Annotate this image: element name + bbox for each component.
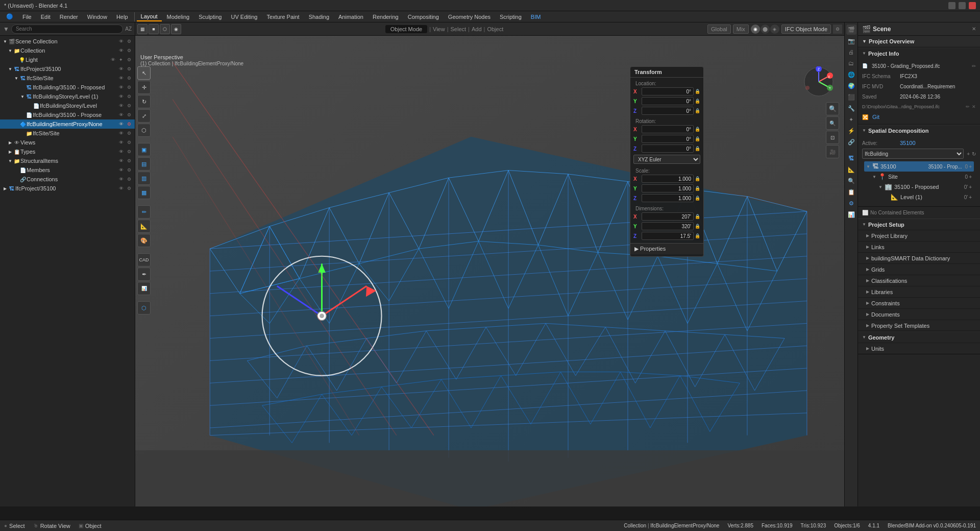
tree-item-proxy[interactable]: ▶ 🔷 IfcBuildingElementProxy/None 👁 ⚙	[0, 119, 135, 129]
vis-struct[interactable]: 👁	[117, 157, 125, 164]
tree-item-ifc-project2[interactable]: ▶ 🏗 IfcProject/35100 👁 ⚙	[0, 184, 135, 193]
ifc-icon-5[interactable]: ⚙	[846, 198, 856, 208]
scale-z-lock[interactable]: 🔒	[695, 196, 700, 201]
vis-mem[interactable]: 👁	[117, 166, 125, 174]
solid-mode-btn[interactable]: ■	[149, 24, 159, 34]
geometry-header[interactable]: ▼ Geometry	[858, 331, 980, 343]
rotate-tool[interactable]: ↻	[137, 95, 151, 108]
scale-x-lock[interactable]: 🔒	[695, 176, 700, 181]
menu-window[interactable]: Window	[83, 13, 111, 21]
refresh-class-btn[interactable]: ↻	[972, 151, 976, 157]
shading-material-btn[interactable]: ⬤	[761, 25, 770, 34]
vis-light[interactable]: 👁	[109, 56, 116, 63]
viewport-gizmo[interactable]: X Y Z	[803, 66, 834, 97]
props-close[interactable]: ✕	[972, 26, 976, 32]
restrict-btn[interactable]: ⚙	[126, 47, 133, 54]
rot-z-lock[interactable]: 🔒	[695, 146, 700, 151]
measure-tool[interactable]: 📐	[137, 220, 151, 233]
setup-item-grids[interactable]: ▶Grids	[858, 263, 980, 275]
rot-y-value[interactable]: 0°	[642, 135, 694, 143]
vis-site[interactable]: 👁	[117, 75, 125, 82]
sel-light[interactable]: ✦	[117, 56, 125, 63]
world-icon[interactable]: 🌍	[846, 81, 856, 91]
camera-btn[interactable]: 🎥	[826, 145, 839, 158]
item-add-35100[interactable]: +	[969, 164, 972, 170]
tree-item-structural[interactable]: ▼ 📁 StructuralItems 👁 ⚙	[0, 156, 135, 165]
viewport[interactable]: ▦ ■ ⬡ ◉ Object Mode | View | Select | Ad…	[135, 22, 844, 506]
tree-item-connections[interactable]: ▶ 🔗 Connections 👁 ⚙	[0, 175, 135, 184]
tree-item-ifc-project[interactable]: ▼ 🏗 IfcProject/35100 👁 ⚙	[0, 64, 135, 74]
project-overview-header[interactable]: ▼ Project Overview	[858, 36, 980, 47]
dim-z-lock[interactable]: 🔒	[695, 233, 700, 238]
move-tool[interactable]: ✛	[137, 81, 151, 94]
rendered-mode-btn[interactable]: ◉	[171, 24, 181, 34]
loc-y-value[interactable]: 0°	[642, 97, 694, 105]
vis-ifc2[interactable]: 👁	[117, 185, 125, 192]
ifc-icon-3[interactable]: 🔍	[846, 176, 856, 186]
rot-x-lock[interactable]: 🔒	[695, 127, 700, 132]
cfg-light[interactable]: ⚙	[126, 56, 133, 63]
level-add-sp[interactable]: +	[969, 195, 972, 200]
ifc-tool-1[interactable]: ▣	[137, 143, 151, 156]
scene-icon-btn[interactable]: 🌐	[846, 69, 856, 80]
filter-icon[interactable]: ▼	[3, 26, 9, 33]
menu-rendering[interactable]: Rendering	[369, 13, 403, 21]
spatial-decomp-header[interactable]: ▼ Spatial Decomposition	[858, 125, 980, 136]
setup-item-classifications[interactable]: ▶Classifications	[858, 275, 980, 286]
physics-icon[interactable]: ⚡	[846, 126, 856, 136]
object-mode-selector[interactable]: Object Mode	[385, 25, 427, 33]
wireframe-mode-btn[interactable]: ⬡	[160, 24, 170, 34]
vis-proxy[interactable]: 👁	[117, 120, 125, 128]
scale-z-value[interactable]: 1.000	[642, 194, 694, 202]
vis-views[interactable]: 👁	[117, 139, 125, 146]
shading-render-btn[interactable]: ◈	[770, 25, 779, 34]
color-tool[interactable]: 🎨	[137, 234, 151, 247]
edit-file-icon[interactable]: ✏	[972, 63, 976, 69]
properties-expand-btn[interactable]: ▶ Properties	[630, 243, 703, 254]
site-add-sp[interactable]: +	[969, 174, 972, 180]
ifc-tool-3[interactable]: ▥	[137, 172, 151, 185]
tree-item-storey1[interactable]: ▼ 🏗 IfcBuildingStorey/Level (1) 👁 ⚙	[0, 92, 135, 101]
view-layer-icon[interactable]: 🗂	[846, 58, 856, 68]
git-label[interactable]: Git	[872, 114, 879, 120]
project-info-header[interactable]: ▼ Project Info	[858, 47, 980, 59]
add-menu[interactable]: Add	[472, 26, 482, 32]
tree-item-site2[interactable]: ▶ 📁 IfcSite/Site 👁 ⚙	[0, 129, 135, 138]
rot-z-value[interactable]: 0°	[642, 144, 694, 153]
setup-item-bsdd[interactable]: ▶buildingSMART Data Dictionary	[858, 252, 980, 263]
cfg-building[interactable]: ⚙	[126, 84, 133, 91]
geometry-item-units[interactable]: ▶Units	[858, 343, 980, 354]
visibility-icon[interactable]: 👁	[117, 38, 125, 45]
object-menu[interactable]: Object	[487, 26, 503, 32]
menu-compositing[interactable]: Compositing	[404, 13, 443, 21]
vis-level[interactable]: 👁	[117, 102, 125, 109]
tree-item-light[interactable]: ▶ 💡 Light 👁 ✦ ⚙	[0, 55, 135, 64]
close-button[interactable]	[969, 2, 976, 9]
spatial-item-proposed[interactable]: ▼ 🏢 35100 - Proposed 0' +	[864, 182, 974, 192]
spatial-item-level[interactable]: ▶ 📐 Level (1) 0' +	[864, 192, 974, 202]
loc-x-lock[interactable]: 🔒	[695, 89, 700, 94]
proposed-add[interactable]: +	[969, 184, 972, 190]
global-selector[interactable]: Global	[707, 25, 731, 34]
menu-geometry-nodes[interactable]: Geometry Nodes	[444, 13, 495, 21]
rot-y-lock[interactable]: 🔒	[695, 136, 700, 141]
project-setup-header[interactable]: ▼ Project Setup	[858, 219, 980, 230]
class-selector[interactable]: IfcBuilding	[862, 149, 964, 159]
dim-z-value[interactable]: 17.5'	[642, 232, 694, 240]
cfg-proxy[interactable]: ⚙	[126, 120, 133, 128]
dim-x-lock[interactable]: 🔒	[695, 214, 700, 219]
setup-item-links[interactable]: ▶Links	[858, 241, 980, 252]
menu-sculpting[interactable]: Sculpting	[194, 13, 226, 21]
menu-file[interactable]: File	[18, 13, 36, 21]
setup-item-pset-templates[interactable]: ▶Property Set Templates	[858, 320, 980, 331]
dim-y-lock[interactable]: 🔒	[695, 224, 700, 229]
menu-bim[interactable]: BIM	[527, 13, 545, 21]
chart-tool[interactable]: 📊	[137, 282, 151, 295]
cfg-types[interactable]: ⚙	[126, 148, 133, 155]
menu-texture-paint[interactable]: Texture Paint	[262, 13, 303, 21]
path-clear[interactable]: ✕	[972, 104, 976, 109]
tree-item-collection[interactable]: ▼ 📁 Collection 👁 ⚙	[0, 46, 135, 55]
menu-render[interactable]: Render	[56, 13, 82, 21]
transform-panel-header[interactable]: Transform	[630, 67, 703, 78]
scene-props-icon[interactable]: 🎬	[846, 25, 856, 35]
